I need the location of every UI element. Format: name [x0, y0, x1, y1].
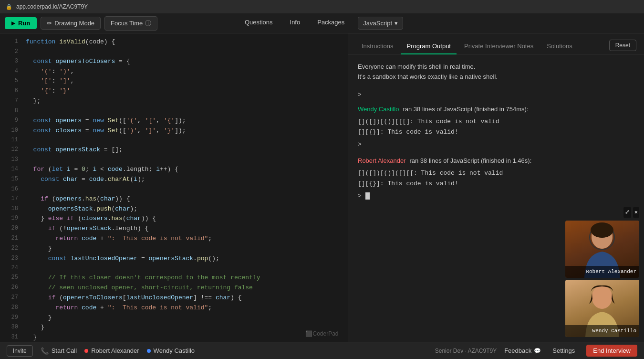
tab-program-output[interactable]: Program Output [401, 39, 457, 54]
code-line-22: 22 } [0, 244, 348, 254]
code-line-12: 12 const openersStack = []; [0, 145, 348, 155]
code-line-20: 20 if (!openersStack.length) { [0, 224, 348, 234]
code-line-24: 24 [0, 264, 348, 273]
code-line-25: 25 // If this closer doesn't correspond … [0, 273, 348, 283]
invite-button[interactable]: Invite [7, 345, 33, 357]
robert-video-label: Robert Alexander [565, 266, 639, 278]
code-line-13: 13 [0, 155, 348, 165]
participant-robert: Robert Alexander [84, 347, 139, 354]
language-selector[interactable]: JavaScript ▾ [358, 17, 403, 30]
code-line-14: 14 for (let i = 0; i < code.length; i++)… [0, 165, 348, 175]
wendy-run-header: Wendy Castillo ran 38 lines of JavaScrip… [358, 104, 634, 115]
wendy-participant-name: Wendy Castillo [154, 347, 195, 354]
code-line-7: 7 }; [0, 96, 348, 106]
drawing-mode-label: Drawing Mode [54, 20, 94, 27]
cursor-block [365, 192, 370, 200]
wendy-run-meta: ran 38 lines of JavaScript (finished in … [403, 104, 528, 115]
feedback-label: Feedback [504, 347, 531, 354]
right-panel: Instructions Program Output Private Inte… [348, 33, 644, 342]
code-editor[interactable]: 1 function isValid(code) { 2 3 const ope… [0, 33, 348, 342]
robert-participant-name: Robert Alexander [91, 347, 139, 354]
code-line-30: 30 } [0, 323, 348, 333]
tab-solutions[interactable]: Solutions [541, 39, 578, 54]
code-line-4: 4 '(': ')', [0, 67, 348, 77]
start-call-label: Start Call [52, 347, 77, 354]
reset-button[interactable]: Reset [609, 40, 636, 51]
language-label: JavaScript [363, 20, 392, 27]
code-line-31: 31 } [0, 333, 348, 342]
feedback-icon: 💬 [534, 348, 541, 354]
status-bar: Invite 📞 Start Call Robert Alexander Wen… [0, 342, 644, 359]
code-line-11: 11 [0, 136, 348, 145]
code-line-17: 17 if (openers.has(char)) { [0, 194, 348, 204]
end-interview-button[interactable]: End Interview [586, 345, 637, 357]
run-label: Run [18, 20, 30, 27]
info-nav[interactable]: Info [286, 17, 304, 30]
right-panel-tabs: Instructions Program Output Private Inte… [348, 33, 644, 54]
program-output-area: Everyone can modify this shell in real t… [348, 54, 644, 342]
code-line-8: 8 [0, 106, 348, 116]
code-line-2: 2 [0, 47, 348, 57]
chevron-down-icon: ▾ [395, 20, 398, 27]
svg-point-5 [592, 285, 612, 307]
output-prompt-2: > [358, 139, 634, 150]
code-line-6: 6 '{': '}' [0, 86, 348, 96]
svg-point-3 [591, 222, 613, 238]
wendy-username: Wendy Castillo [358, 104, 399, 115]
code-line-26: 26 // seen unclosed opener, short-circui… [0, 283, 348, 293]
main-toolbar: ▶ Run ✏ Drawing Mode Focus Time ⓘ Questi… [0, 13, 644, 33]
code-line-1: 1 function isValid(code) { [0, 37, 348, 47]
run-button[interactable]: ▶ Run [5, 17, 37, 29]
robert-video-thumbnail: Robert Alexander [565, 221, 639, 278]
tab-instructions[interactable]: Instructions [356, 39, 399, 54]
start-call-button[interactable]: 📞 Start Call [41, 347, 77, 355]
code-line-29: 29 } [0, 313, 348, 323]
browser-url: app.coderpad.io/AZAC9T9Y [16, 3, 88, 10]
code-line-23: 23 const lastUnclosedOpener = openersSta… [0, 254, 348, 264]
toolbar-center-nav: Questions Info Packages JavaScript ▾ [241, 17, 403, 30]
questions-nav[interactable]: Questions [241, 17, 277, 30]
wendy-video-label: Wendy Castillo [565, 325, 639, 337]
code-line-3: 3 const openersToClosers = { [0, 57, 348, 67]
settings-button[interactable]: Settings [549, 345, 579, 356]
phone-icon: 📞 [41, 347, 49, 355]
tab-private-notes[interactable]: Private Interviewer Notes [458, 39, 539, 54]
code-line-10: 10 const closers = new Set([')', ']', '}… [0, 126, 348, 136]
robert-output-2: [][{}]: This code is valid! [358, 179, 634, 189]
code-line-9: 9 const openers = new Set(['(', '[', '{'… [0, 116, 348, 126]
online-dot-wendy [147, 349, 151, 353]
wendy-output-1: []([])[()][[[]: This code is not valid [358, 116, 634, 127]
browser-bar: 🔒 app.coderpad.io/AZAC9T9Y [0, 0, 644, 13]
drawing-mode-button[interactable]: ✏ Drawing Mode [41, 17, 101, 30]
code-line-18: 18 openersStack.push(char); [0, 204, 348, 214]
info-icon: ⓘ [145, 19, 151, 28]
recording-dot-robert [84, 349, 88, 353]
packages-nav[interactable]: Packages [313, 17, 348, 30]
video-panel: ⤢ ✕ Robert Alexan [565, 207, 639, 337]
code-line-21: 21 return code + ": This code is not val… [0, 234, 348, 244]
main-layout: 1 function isValid(code) { 2 3 const ope… [0, 33, 644, 342]
code-line-5: 5 '[': ']', [0, 76, 348, 86]
robert-username: Robert Alexander [358, 156, 405, 166]
output-info-text: Everyone can modify this shell in real t… [358, 62, 634, 82]
code-line-28: 28 return code + ": This code is not val… [0, 303, 348, 313]
close-video-button[interactable]: ✕ [633, 207, 639, 218]
robert-output-1: []([])[()]([][[: This code is not valid [358, 168, 634, 179]
lock-icon: 🔒 [6, 4, 12, 10]
robert-run-header: Robert Alexander ran 38 lines of JavaScr… [358, 156, 634, 166]
expand-video-button[interactable]: ⤢ [623, 207, 631, 218]
robert-run-meta: ran 38 lines of JavaScript (finished in … [409, 156, 531, 166]
code-line-15: 15 const char = code.charAt(i); [0, 175, 348, 185]
output-prompt-3: > [358, 191, 634, 201]
feedback-button[interactable]: Feedback 💬 [504, 347, 541, 354]
play-icon: ▶ [11, 21, 15, 26]
participant-wendy: Wendy Castillo [147, 347, 195, 354]
pencil-icon: ✏ [47, 20, 52, 27]
code-line-27: 27 if (openersToClosers[lastUnclosedOpen… [0, 293, 348, 303]
focus-time-button[interactable]: Focus Time ⓘ [104, 16, 157, 31]
session-id: Senior Dev · AZAC9T9Y [435, 348, 497, 354]
code-line-16: 16 [0, 185, 348, 194]
code-line-19: 19 } else if (closers.has(char)) { [0, 214, 348, 224]
output-prompt-1: > [358, 90, 634, 100]
wendy-video-thumbnail: Wendy Castillo [565, 280, 639, 337]
